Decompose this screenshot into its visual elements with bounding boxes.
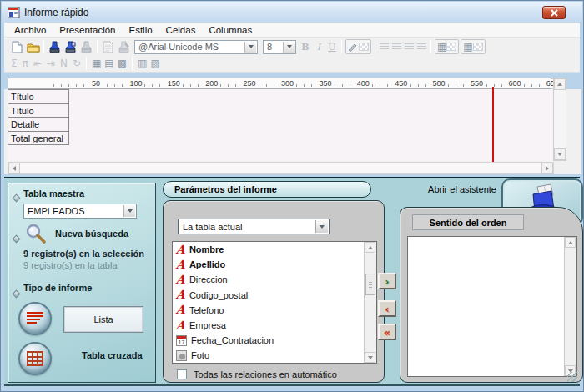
align-left-icon[interactable] [380,43,389,51]
master-table-combo[interactable]: EMPLEADOS [23,204,137,219]
menu-presentación[interactable]: Presentación [53,23,122,37]
new-search-label[interactable]: Nueva búsqueda [55,229,128,239]
transparency-pattern-icon [359,43,369,51]
field-item-direccion[interactable]: ADireccion [173,272,364,287]
move-right-button[interactable]: › [378,273,396,289]
font-family-dropdown-icon[interactable] [244,42,256,53]
text-field-icon: A [175,289,185,300]
sort-list-scrollbar[interactable] [564,237,576,376]
cross-table-report-button[interactable] [18,342,52,375]
operator-icon-0: Σ [11,58,18,69]
sort-order-header: Sentido del orden [412,214,524,230]
fields-scroll-down-icon[interactable] [365,352,375,363]
table-source-combo[interactable]: La tabla actual [178,219,330,234]
open-wizard-label[interactable]: Abrir el asistente [396,184,496,194]
save-as-report-icon[interactable] [63,40,78,54]
page-margin-line[interactable] [492,87,494,163]
font-size-combo[interactable]: 8 [263,40,296,54]
ruler-label-400: 400 [355,79,371,88]
save-report-icon[interactable] [47,40,63,54]
cell-color-button[interactable] [345,39,371,54]
vertical-scrollbar[interactable] [553,78,566,161]
font-size-dropdown-icon[interactable] [283,42,295,53]
report-row-2[interactable]: Detalle [8,117,69,132]
report-type-label: Tipo de informe [23,283,92,293]
page-setup-icon-disabled [100,40,116,54]
report-canvas[interactable]: TítuloTítuloDetalleTotal general [8,89,554,161]
grid-tool-icon-2: ▩ [118,58,127,69]
report-design-area: TítuloTítuloDetalleTotal general [4,89,581,174]
sort-scroll-up-icon[interactable] [565,237,576,248]
fields-list-scrollbar[interactable] [364,242,376,363]
ruler-label-150: 150 [166,79,182,88]
fields-scroll-thumb[interactable] [365,274,375,295]
align-justify-icon[interactable] [417,43,426,51]
report-row-1[interactable]: Título [8,103,69,118]
report-row-3[interactable]: Total general [8,131,69,146]
picture-field-icon [176,350,187,361]
scroll-up-icon[interactable] [554,78,566,90]
align-center-icon[interactable] [392,43,401,51]
field-item-nombre[interactable]: ANombre [173,242,364,257]
master-table-dropdown-icon[interactable] [123,205,135,217]
table-source-value: La tabla actual [183,222,243,232]
close-button[interactable] [542,6,566,19]
resize-grip[interactable] [567,372,577,382]
border-pattern-icon [446,43,456,51]
list-report-button[interactable] [18,302,52,335]
field-label: Codigo_postal [189,290,248,300]
master-table-pane: Tabla maestra EMPLEADOS Nueva búsqueda 9… [8,183,156,383]
menu-columnas[interactable]: Columnas [202,23,259,37]
move-left-button[interactable]: ‹ [378,300,396,317]
underline-button[interactable]: U [325,42,339,53]
operator-icon-2: ⇤ [33,58,42,69]
report-row-0[interactable]: Título [8,89,69,104]
fields-scroll-up-icon[interactable] [365,242,375,253]
cell-border-button[interactable]: ▦ [435,39,459,54]
move-all-left-button[interactable]: « [378,324,396,340]
scroll-left-icon[interactable] [8,163,20,174]
insert-column-icon-0: ▥ [138,58,147,69]
italic-button[interactable]: I [312,42,325,53]
list-report-label-button[interactable]: Lista [63,306,143,333]
new-document-icon[interactable] [9,40,25,54]
move-all-left-icon: « [384,327,390,338]
cross-table-grid-icon [26,350,44,367]
table-count: 9 registro(s) en la tabla [23,260,118,270]
auto-relations-checkbox[interactable] [177,369,187,379]
revert-report-icon-disabled [78,40,94,54]
scroll-down-icon[interactable] [554,148,566,160]
bold-button[interactable]: B [299,42,312,53]
grid-tool-icon-0: ▦ [92,58,101,69]
available-fields-list[interactable]: ANombreAApellidoADireccionACodigo_postal… [172,241,377,364]
field-label: Nombre [189,244,224,254]
scroll-right-icon[interactable] [541,163,553,174]
font-family-combo[interactable]: @Arial Unicode MS [134,40,258,54]
field-item-fecha_contratacion[interactable]: 17Fecha_Contratacion [173,333,364,348]
sort-order-list[interactable] [407,236,577,377]
horizontal-scrollbar[interactable] [8,162,554,174]
menu-estilo[interactable]: Estilo [122,23,159,37]
cross-table-label[interactable]: Tabla cruzada [82,350,143,360]
ruler-label-250: 250 [242,79,258,88]
operator-icon-5: ↻ [73,58,81,69]
field-item-telefono[interactable]: ATelefono [173,303,364,318]
table-source-dropdown-icon[interactable] [315,220,328,233]
ruler-label-200: 200 [204,79,219,88]
menu-celdas[interactable]: Celdas [159,23,203,37]
toolbar-secondary: Σπ⇤⇥N↻ ▦▤▩ ▥▧ [4,55,580,73]
fill-pattern-icon [473,43,483,51]
titlebar[interactable]: Informe rápido [2,2,582,23]
open-folder-icon[interactable] [25,40,41,54]
field-item-empresa[interactable]: AEmpresa [173,318,364,333]
menu-archivo[interactable]: Archivo [8,23,53,37]
field-label: Foto [191,350,209,360]
align-right-icon[interactable] [405,43,414,51]
field-item-apellido[interactable]: AApellido [173,257,364,272]
cell-fill-button[interactable]: ▦ [461,39,485,54]
field-item-foto[interactable]: Foto [173,348,364,363]
field-item-codigo_postal[interactable]: ACodigo_postal [173,288,364,303]
magnifier-icon[interactable] [25,223,47,248]
field-label: Direccion [189,274,228,284]
sort-order-pane: Sentido del orden [400,207,583,383]
